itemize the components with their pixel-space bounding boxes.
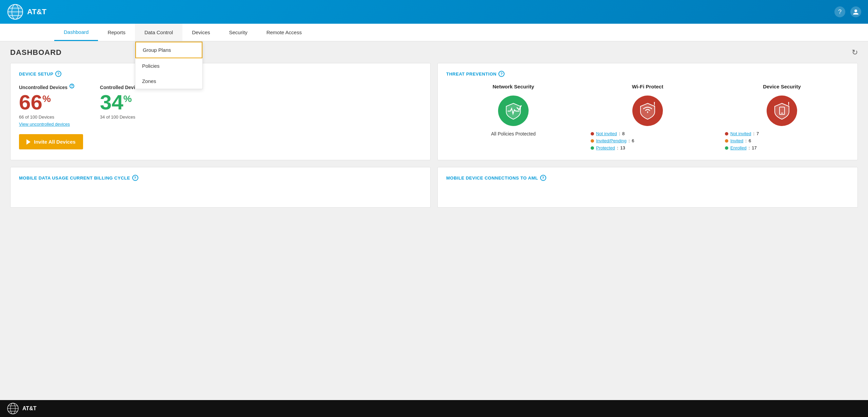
device-setup-inner: Uncontrolled Devices ? 66% 66 of 100 Dev… [19,84,422,149]
footer: AT&T [0,400,868,417]
logo-area: AT&T [7,3,61,20]
brand-name: AT&T [27,7,46,16]
mobile-data-usage-help-icon[interactable]: ? [132,175,138,181]
view-uncontrolled-link[interactable]: View uncontrolled devices [19,122,83,127]
controlled-percent: 34% [100,92,150,113]
network-security-status: All Policies Protected [446,131,580,137]
device-setup-card: DEVICE SETUP ? Uncontrolled Devices ? 66… [10,63,431,160]
wifi-not-invited-dot [591,132,594,135]
wifi-invited-pending-link[interactable]: Invited/Pending [596,138,627,143]
device-invited-dot [725,139,728,143]
threat-col-network-security: Network Security All Policies Protect [446,84,580,152]
wifi-protect-svg: ! [638,102,657,120]
wifi-protect-title: Wi-Fi Protect [580,84,715,89]
wifi-invited-pending-value: 6 [632,138,634,143]
uncontrolled-label: Uncontrolled Devices ? [19,84,83,90]
dropdown-item-zones[interactable]: Zones [135,74,202,89]
mobile-device-connections-card: MOBILE DEVICE CONNECTIONS TO AML ? [437,167,858,208]
wifi-not-invited-row: Not invited : 8 [584,131,715,136]
device-setup-title: DEVICE SETUP ? [19,71,422,77]
threat-columns: Network Security All Policies Protect [446,84,849,152]
device-enrolled-value: 17 [752,145,756,150]
device-security-svg: ! [773,102,791,120]
wifi-invited-pending-row: Invited/Pending : 6 [584,138,715,143]
network-security-title: Network Security [446,84,580,89]
uncontrolled-help-icon[interactable]: ? [70,84,74,88]
wifi-protected-link[interactable]: Protected [596,145,615,150]
device-enrolled-dot [725,146,728,150]
threat-prevention-title: THREAT PREVENTION ? [446,71,849,77]
uncontrolled-stat: Uncontrolled Devices ? 66% 66 of 100 Dev… [19,84,83,149]
device-not-invited-row: Not invited : 7 [718,131,849,136]
wifi-protected-value: 13 [620,145,625,150]
threat-prevention-help-icon[interactable]: ? [498,71,505,77]
footer-brand-name: AT&T [22,405,36,412]
wifi-protect-icon: ! [632,96,663,126]
data-control-dropdown: Group Plans Policies Zones [135,41,203,89]
svg-text:!: ! [653,102,655,108]
wifi-not-invited-link[interactable]: Not invited [596,131,617,136]
device-invited-row: Invited : 6 [718,138,849,143]
att-globe-icon [7,3,24,20]
device-setup-help-icon[interactable]: ? [55,71,61,77]
wifi-invited-pending-dot [591,139,594,143]
device-security-stats: Not invited : 7 Invited : 6 Enro [715,131,849,150]
invite-all-devices-button[interactable]: Invite All Devices [19,134,83,149]
mobile-device-connections-title: MOBILE DEVICE CONNECTIONS TO AML ? [446,175,849,181]
threat-prevention-card: THREAT PREVENTION ? Network Security [437,63,858,160]
wifi-protect-stats: Not invited : 8 Invited/Pending : 6 [580,131,715,150]
uncontrolled-subtext: 66 of 100 Devices [19,114,83,120]
svg-point-6 [854,9,857,12]
dropdown-item-group-plans[interactable]: Group Plans [135,42,202,58]
refresh-icon[interactable]: ↻ [852,48,858,57]
device-enrolled-row: Enrolled : 17 [718,145,849,150]
network-security-icon [498,96,529,126]
device-security-title: Device Security [715,84,849,89]
wifi-protected-row: Protected : 13 [584,145,715,150]
mobile-data-usage-card: MOBILE DATA USAGE CURRENT BILLING CYCLE … [10,167,431,208]
user-icon[interactable] [850,6,861,17]
device-invited-value: 6 [749,138,751,143]
footer-globe-icon [7,402,19,415]
threat-col-wifi-protect: Wi-Fi Protect ! [580,84,715,152]
controlled-subtext: 34 of 100 Devices [100,114,150,120]
device-invited-link[interactable]: Invited [730,138,743,143]
nav-item-data-control[interactable]: Data Control [135,24,182,41]
nav-item-devices[interactable]: Devices [182,24,219,41]
device-not-invited-dot [725,132,728,135]
page-content: DASHBOARD ↻ DEVICE SETUP ? Uncontrolled … [0,41,868,400]
mobile-data-usage-title: MOBILE DATA USAGE CURRENT BILLING CYCLE … [19,175,422,181]
help-icon[interactable]: ? [834,6,845,17]
threat-col-device-security: Device Security ! [715,84,849,152]
network-security-svg [504,102,523,120]
invite-arrow-icon [26,139,31,145]
device-not-invited-link[interactable]: Not invited [730,131,751,136]
dropdown-item-policies[interactable]: Policies [135,58,202,74]
mobile-device-connections-help-icon[interactable]: ? [540,175,546,181]
svg-text:!: ! [788,102,790,108]
bottom-cards-row: MOBILE DATA USAGE CURRENT BILLING CYCLE … [10,167,858,208]
nav-bar: Dashboard Reports Data Control Group Pla… [0,24,868,41]
header-icons: ? [834,6,861,17]
wifi-not-invited-value: 8 [622,131,625,136]
data-control-wrapper: Data Control Group Plans Policies Zones [135,24,182,41]
nav-item-security[interactable]: Security [220,24,257,41]
device-not-invited-value: 7 [756,131,759,136]
page-title: DASHBOARD [10,48,62,57]
uncontrolled-percent: 66% [19,92,83,113]
nav-item-dashboard[interactable]: Dashboard [54,24,98,41]
device-security-icon: ! [767,96,797,126]
nav-item-reports[interactable]: Reports [98,24,135,41]
nav-item-remote-access[interactable]: Remote Access [257,24,311,41]
wifi-protected-dot [591,146,594,150]
device-enrolled-link[interactable]: Enrolled [730,145,747,150]
header: AT&T ? [0,0,868,24]
